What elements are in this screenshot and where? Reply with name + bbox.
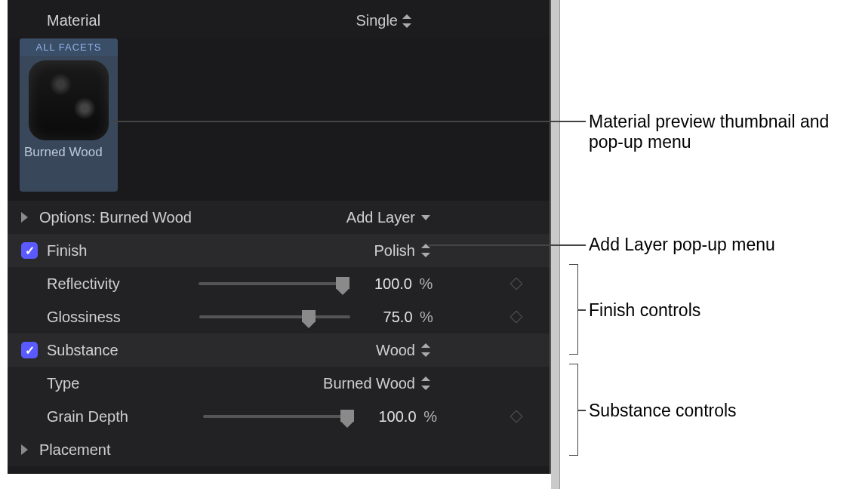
glossiness-slider[interactable]: [199, 308, 350, 326]
glossiness-label: Glossiness: [47, 309, 121, 326]
grain-depth-label: Grain Depth: [47, 408, 128, 426]
annotation-substance: Substance controls: [589, 401, 737, 421]
substance-subtype-popup[interactable]: Burned Wood: [323, 375, 536, 392]
placement-row: Placement: [8, 433, 550, 466]
annotation-add-layer: Add Layer pop-up menu: [589, 235, 775, 255]
facet-header-label: ALL FACETS: [20, 38, 118, 56]
glossiness-value[interactable]: 75.0 %: [365, 309, 433, 326]
slider-track: [199, 282, 349, 285]
material-mode-label: Single: [356, 12, 398, 29]
slider-thumb[interactable]: [336, 277, 349, 289]
keyframe-icon[interactable]: [510, 278, 523, 290]
callout-line: [429, 244, 586, 246]
bracket: [569, 264, 578, 355]
material-preview-thumbnail[interactable]: [29, 60, 109, 140]
facet-card[interactable]: ALL FACETS Burned Wood: [20, 38, 118, 192]
grain-depth-slider[interactable]: [203, 407, 354, 426]
material-inspector-panel: Material Single ALL FACETS Burned Wood O…: [8, 0, 551, 474]
material-header: Material Single: [8, 6, 550, 38]
slider-thumb[interactable]: [340, 410, 354, 422]
bracket-tail: [578, 410, 586, 411]
substance-subtype-row: Type Burned Wood: [8, 367, 550, 400]
bracket: [569, 364, 578, 456]
reflectivity-value[interactable]: 100.0 %: [365, 275, 433, 293]
placement-label: Placement: [39, 441, 111, 459]
add-layer-popup[interactable]: Add Layer: [346, 209, 536, 226]
reflectivity-row: Reflectivity 100.0 %: [8, 267, 550, 300]
annotation-finish: Finish controls: [589, 300, 700, 321]
chevron-down-icon: [421, 215, 430, 220]
reflectivity-label: Reflectivity: [47, 275, 120, 293]
substance-title: Substance: [47, 342, 119, 359]
grain-depth-row: Grain Depth 100.0 %: [8, 400, 550, 433]
updown-icon: [421, 244, 430, 257]
finish-type-label: Polish: [374, 242, 415, 260]
facet-name-label: Burned Wood: [20, 143, 118, 192]
bracket-tail: [578, 309, 586, 311]
updown-icon: [402, 14, 411, 28]
glossiness-row: Glossiness 75.0 %: [8, 300, 550, 333]
substance-checkbox[interactable]: [21, 342, 38, 358]
slider-track: [199, 315, 350, 318]
disclosure-triangle-icon[interactable]: [21, 212, 32, 223]
updown-icon: [421, 343, 430, 357]
options-label: Options: Burned Wood: [39, 209, 192, 226]
slider-track: [203, 415, 354, 418]
updown-icon: [421, 376, 430, 390]
disclosure-triangle-icon[interactable]: [21, 444, 32, 455]
callout-line: [112, 121, 586, 122]
material-header-title: Material: [47, 12, 356, 29]
options-row: Options: Burned Wood Add Layer: [8, 201, 550, 234]
grain-depth-value[interactable]: 100.0 %: [369, 408, 437, 426]
annotation-thumbnail: Material preview thumbnail and pop-up me…: [589, 112, 853, 152]
add-layer-label: Add Layer: [346, 209, 415, 226]
substance-subtype-value: Burned Wood: [323, 375, 415, 392]
reflectivity-slider[interactable]: [199, 275, 349, 293]
slider-thumb[interactable]: [302, 310, 316, 322]
substance-subtype-label: Type: [47, 375, 79, 392]
material-mode-popup[interactable]: Single: [356, 12, 536, 29]
substance-type-label: Wood: [376, 342, 415, 359]
keyframe-icon[interactable]: [510, 311, 523, 324]
finish-title: Finish: [47, 242, 87, 260]
facets-area: ALL FACETS Burned Wood: [8, 38, 550, 201]
substance-row: Substance Wood: [8, 333, 550, 367]
finish-checkbox[interactable]: [21, 242, 38, 259]
finish-row: Finish Polish: [8, 234, 550, 267]
substance-type-popup[interactable]: Wood: [376, 342, 536, 359]
keyframe-icon[interactable]: [510, 410, 523, 423]
